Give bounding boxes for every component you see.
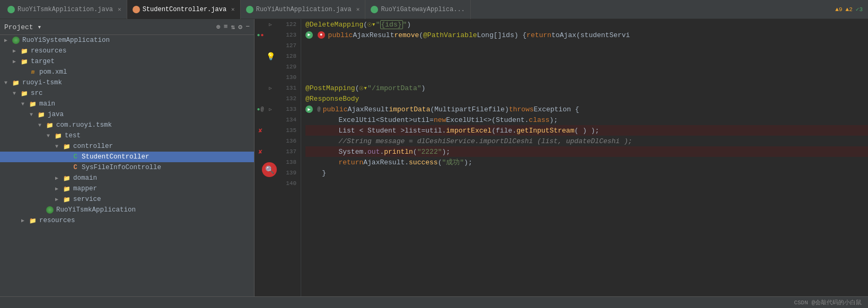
fold-133[interactable]: ▷ — [266, 104, 275, 115]
run-green-icon2[interactable]: ● — [257, 107, 260, 112]
line-num-130: 130 — [275, 72, 301, 83]
tree-item-ruoyisystem[interactable]: ▶ RuoYiSystemApplication — [0, 35, 254, 46]
sidebar-settings-btn[interactable]: ⚙ — [238, 23, 242, 31]
fold-icon2[interactable]: ▷ — [269, 85, 271, 91]
run-green-icon[interactable]: ● — [257, 32, 260, 38]
tab-icon-orange — [133, 6, 140, 13]
tree-item-target[interactable]: ▶ 📁 target — [0, 56, 254, 67]
sidebar-sort-btn[interactable]: ⇅ — [231, 23, 235, 31]
tree-label: controller — [73, 143, 113, 150]
tab-ruoyitsmk[interactable]: RuoYiTsmkApplication.java ✕ — [2, 0, 127, 19]
tree-item-java[interactable]: ▼ 📁 java — [0, 109, 254, 120]
at-icon[interactable]: @ — [261, 107, 264, 112]
run-icon-123[interactable]: ● ● — [255, 30, 266, 40]
line-num-131: 131 — [275, 83, 301, 93]
tree-label: resources — [39, 217, 75, 224]
tree-item-studentcontroller[interactable]: C StudentController — [0, 152, 254, 162]
sidebar-close-btn[interactable]: − — [246, 23, 250, 31]
tab-bar: RuoYiTsmkApplication.java ✕ StudentContr… — [0, 0, 868, 19]
tree-arrow: ▶ — [55, 196, 63, 203]
run-icon-122[interactable] — [255, 19, 266, 30]
param-ids: ids — [502, 31, 514, 39]
tree-label: src — [31, 90, 43, 97]
code-line-131: @PostMapping ( ☉▾"/importData" ) — [305, 83, 868, 93]
tree-arrow: ▶ — [55, 175, 63, 181]
ok-count: ✓3 — [856, 6, 863, 13]
fold-131[interactable]: ▷ — [266, 83, 275, 93]
spacer1 — [255, 40, 266, 51]
tree-item-sysfileinfo[interactable]: C SysFileInfoControlle — [0, 162, 254, 173]
folder-icon: 📁 — [20, 47, 29, 55]
folder-icon-orange: 📁 — [20, 57, 29, 66]
code-line-123: ▶ ● public AjaxResult remove(@PathVariab… — [305, 30, 868, 40]
tree-arrow: ▶ — [21, 217, 29, 224]
spacer4 — [255, 72, 266, 83]
credit-text: CSDN @会敲代码的小白鼠 — [794, 298, 862, 306]
tree-item-controller[interactable]: ▼ 📁 controller — [0, 141, 254, 152]
search-button[interactable]: 🔍 — [262, 162, 277, 177]
lightbulb-icon[interactable]: 💡 — [266, 52, 275, 61]
tab-label-4: RuoYiGatewayApplica... — [381, 6, 464, 13]
sidebar-expand-btn[interactable]: ≡ — [224, 23, 228, 31]
fold-icon3[interactable]: ▷ — [269, 107, 271, 112]
tab-studentcontroller[interactable]: StudentController.java ✕ — [127, 0, 241, 19]
tree-item-resources1[interactable]: ▶ 📁 resources — [0, 46, 254, 56]
tab-close-1[interactable]: ✕ — [118, 6, 121, 13]
tree-label: resources — [31, 47, 67, 55]
run-icon-133[interactable]: ● @ — [255, 104, 266, 115]
spacer7 — [255, 115, 266, 125]
tree-label: SysFileInfoControlle — [82, 164, 161, 171]
tree-item-resources2[interactable]: ▶ 📁 resources — [0, 215, 254, 226]
var-util2: util — [425, 127, 442, 135]
spacer8 — [255, 136, 266, 146]
tree-label: test — [65, 132, 81, 139]
folder-icon-res2: 📁 — [29, 216, 37, 225]
annotation-deletemapping: @DeleteMapping — [305, 21, 363, 29]
sidebar-collapse-btn[interactable]: ⊕ — [216, 23, 221, 31]
line-num-140: 140 — [275, 178, 301, 189]
tab-close-2[interactable]: ✕ — [231, 6, 235, 13]
main-area: Project ▾ ⊕ ≡ ⇅ ⚙ − ▶ RuoYiSystemApplica… — [0, 19, 868, 296]
tree-item-main[interactable]: ▼ 📁 main — [0, 99, 254, 109]
tree-label: pom.xml — [39, 68, 67, 76]
kw-public-133: public — [323, 105, 348, 113]
var-file: file — [496, 127, 512, 135]
comment-136: //String message = dlCeshiService.import… — [338, 137, 632, 145]
tree-item-domain[interactable]: ▶ 📁 domain — [0, 173, 254, 183]
fold-137 — [266, 146, 275, 157]
tab-ruoyiauth[interactable]: RuoYiAuthApplication.java ✕ — [241, 0, 366, 19]
tree-item-service[interactable]: ▶ 📁 service — [0, 194, 254, 205]
folder-icon-test: 📁 — [54, 131, 63, 140]
code-line-122: @DeleteMapping(☉▾"{ids}") — [305, 19, 868, 30]
kw-return-138: return — [338, 159, 363, 166]
tree-item-src[interactable]: ▼ 📁 src — [0, 88, 254, 99]
tab-ruoyigateway[interactable]: RuoYiGatewayApplica... — [365, 0, 470, 19]
ann-responsebody: @ResponseBody — [305, 95, 359, 103]
tree-item-ruoyi-tsmk[interactable]: ▼ 📁 ruoyi-tsmk — [0, 77, 254, 88]
folder-icon-mapper: 📁 — [63, 184, 71, 193]
fold-122[interactable]: ▷ — [266, 19, 275, 30]
fn-importdata: importData — [389, 105, 430, 113]
warning-count2: ▲2 — [846, 6, 853, 13]
tab-close-3[interactable]: ✕ — [356, 6, 360, 13]
line-num-129: 129 — [275, 61, 301, 72]
kw-public-123: public — [328, 31, 353, 39]
fold-135 — [266, 125, 275, 136]
tree-label: main — [39, 100, 55, 108]
tree-item-mapper[interactable]: ▶ 📁 mapper — [0, 183, 254, 194]
tree-item-ruoyitsmkapp[interactable]: RuoYiTsmkApplication — [0, 205, 254, 215]
ann-postmapping: @PostMapping — [305, 84, 355, 92]
fn-success: success — [409, 159, 438, 166]
fold-icon[interactable]: ▷ — [269, 22, 271, 28]
line-num-138: 138 — [275, 157, 301, 168]
run-dot-green2: ▶ — [305, 105, 313, 113]
at-inline-133: @ — [318, 107, 321, 112]
tree-item-test[interactable]: ▼ 📁 test — [0, 130, 254, 141]
code-line-130 — [305, 72, 868, 83]
debug-dot-red: ● — [318, 31, 325, 39]
tree-arrow: ▶ — [55, 186, 63, 192]
debug-red-icon[interactable]: ● — [261, 32, 264, 38]
tree-label: StudentController — [82, 153, 150, 161]
tree-item-com-ruoyi[interactable]: ▼ 📁 com.ruoyi.tsmk — [0, 120, 254, 130]
tree-item-pomxml[interactable]: m pom.xml — [0, 67, 254, 77]
